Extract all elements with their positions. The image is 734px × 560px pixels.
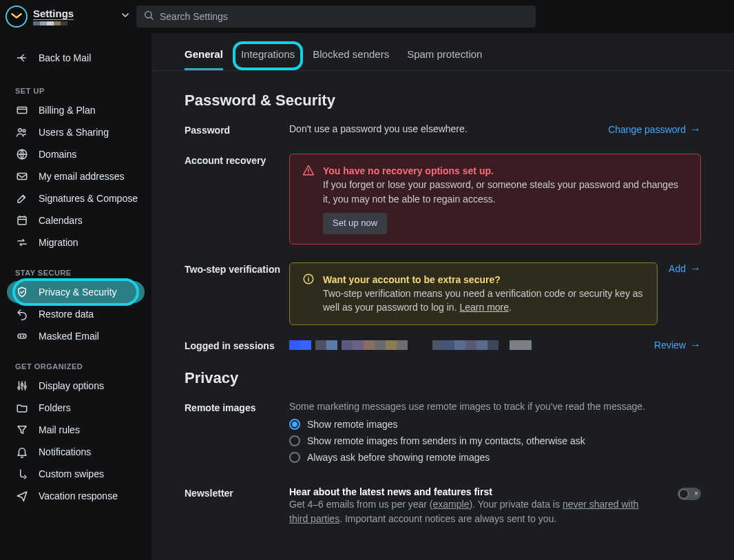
svg-point-11 xyxy=(21,384,23,386)
label-recovery: Account recovery xyxy=(185,154,289,166)
opt-label: Show remote images xyxy=(307,419,398,430)
label-newsletter: Newsletter xyxy=(185,486,289,499)
compose-icon xyxy=(15,192,29,205)
newsletter-body-1: Get 4–6 emails from us per year ( xyxy=(289,499,433,510)
svg-point-0 xyxy=(145,12,151,18)
newsletter-example-link[interactable]: example xyxy=(433,499,470,510)
tab-spam[interactable]: Spam protection xyxy=(407,48,482,70)
back-label: Back to Mail xyxy=(39,52,91,63)
twostep-alert: Want your account to be extra secure? Tw… xyxy=(289,262,658,325)
filter-icon xyxy=(15,424,29,436)
sidebar-item-migration[interactable]: Migration xyxy=(0,231,151,253)
section-title-setup: SET UP xyxy=(0,81,151,99)
newsletter-toggle[interactable]: × xyxy=(678,488,701,500)
sliders-icon xyxy=(15,380,29,392)
change-password-link[interactable]: Change password → xyxy=(608,123,701,136)
shield-icon xyxy=(15,286,29,298)
svg-rect-7 xyxy=(18,334,26,338)
sidebar-item-privacy[interactable]: Privacy & Security xyxy=(7,281,145,303)
remote-option-contacts[interactable]: Show remote images from senders in my co… xyxy=(289,435,701,446)
top-bar: Settings xyxy=(0,0,734,33)
sidebar-item-label: Domains xyxy=(39,149,76,160)
plane-icon xyxy=(15,490,29,502)
remote-option-show[interactable]: Show remote images xyxy=(289,419,701,430)
change-password-label: Change password xyxy=(608,124,686,135)
review-label: Review xyxy=(654,340,686,351)
sidebar-item-label: Calendars xyxy=(39,215,83,226)
sidebar-item-billing[interactable]: Billing & Plan xyxy=(0,99,151,121)
sidebar-item-signatures[interactable]: Signatures & Compose xyxy=(0,187,151,209)
twostep-alert-title: Want your account to be extra secure? xyxy=(323,273,644,287)
label-sessions: Logged in sessions xyxy=(185,339,289,351)
tab-blocked[interactable]: Blocked senders xyxy=(313,48,389,70)
sidebar-item-rules[interactable]: Mail rules xyxy=(0,419,151,441)
sidebar-item-domains[interactable]: Domains xyxy=(0,143,151,165)
sidebar-item-display[interactable]: Display options xyxy=(0,375,151,397)
label-password: Password xyxy=(185,123,289,136)
sidebar-item-restore[interactable]: Restore data xyxy=(0,303,151,325)
svg-rect-5 xyxy=(17,174,27,180)
sidebar-item-label: Users & Sharing xyxy=(39,127,109,138)
svg-point-3 xyxy=(23,129,25,132)
tab-general[interactable]: General xyxy=(185,48,223,70)
learn-more-link[interactable]: Learn more xyxy=(459,302,509,313)
recovery-alert-title: You have no recovery options set up. xyxy=(323,164,688,178)
row-sessions: Logged in sessions Review → xyxy=(185,339,701,351)
sidebar-item-addresses[interactable]: My email addresses xyxy=(0,165,151,187)
tabs: General Integrations Blocked senders Spa… xyxy=(151,33,734,71)
sidebar-item-notifications[interactable]: Notifications xyxy=(0,441,151,463)
mail-icon xyxy=(15,170,29,183)
search-box[interactable] xyxy=(136,6,536,28)
add-twostep-link[interactable]: Add → xyxy=(669,262,701,275)
svg-rect-6 xyxy=(18,217,26,225)
recovery-alert-body: If you forget or lose your password, or … xyxy=(323,178,688,206)
row-remote-images: Remote images Some marketing messages us… xyxy=(185,401,701,468)
svg-point-12 xyxy=(24,386,26,388)
sidebar-item-label: Custom swipes xyxy=(39,468,104,479)
calendar-icon xyxy=(15,214,29,227)
arrow-right-icon: → xyxy=(690,339,701,351)
search-icon xyxy=(143,10,154,23)
sidebar-item-folders[interactable]: Folders xyxy=(0,397,151,419)
svg-point-10 xyxy=(18,387,20,389)
sidebar-item-label: Restore data xyxy=(39,309,94,320)
newsletter-body-2: ). Your private data is xyxy=(469,499,562,510)
app-title: Settings xyxy=(33,8,74,20)
svg-rect-1 xyxy=(17,107,27,114)
search-input[interactable] xyxy=(160,11,529,22)
section-title-organized: GET ORGANIZED xyxy=(0,357,151,375)
setup-recovery-button[interactable]: Set up now xyxy=(323,213,387,234)
back-to-mail[interactable]: Back to Mail xyxy=(0,47,151,69)
opt-label: Always ask before showing remote images xyxy=(307,452,490,463)
sidebar-item-swipes[interactable]: Custom swipes xyxy=(0,463,151,485)
sidebar-item-label: Privacy & Security xyxy=(39,287,117,298)
remote-option-ask[interactable]: Always ask before showing remote images xyxy=(289,452,701,463)
swipe-icon xyxy=(15,468,29,480)
sidebar-item-label: Mail rules xyxy=(39,424,80,435)
sidebar-item-calendars[interactable]: Calendars xyxy=(0,209,151,231)
section-title-secure: STAY SECURE xyxy=(0,263,151,281)
users-icon xyxy=(15,126,29,138)
review-sessions-link[interactable]: Review → xyxy=(654,339,701,351)
sidebar-item-label: Display options xyxy=(39,380,104,391)
sidebar-item-label: Billing & Plan xyxy=(39,105,96,116)
sidebar-item-vacation[interactable]: Vacation response xyxy=(0,485,151,507)
section-heading-security: Password & Security xyxy=(185,92,701,110)
recovery-alert: You have no recovery options set up. If … xyxy=(289,154,701,245)
newsletter-title: Hear about the latest news and features … xyxy=(289,486,667,497)
sidebar-item-users[interactable]: Users & Sharing xyxy=(0,121,151,143)
chevron-down-icon[interactable] xyxy=(120,10,131,23)
remote-desc: Some marketing messages use remote image… xyxy=(289,401,701,412)
label-remote: Remote images xyxy=(185,401,289,413)
sidebar-item-label: Folders xyxy=(39,402,71,413)
sidebar-item-label: Migration xyxy=(39,237,78,248)
svg-point-9 xyxy=(23,335,24,337)
sidebar-item-label: Signatures & Compose xyxy=(39,193,138,204)
info-icon xyxy=(302,273,315,315)
sidebar-item-label: Masked Email xyxy=(39,331,99,342)
sidebar-item-masked[interactable]: Masked Email xyxy=(0,325,151,347)
sidebar: Back to Mail SET UP Billing & Plan Users… xyxy=(0,33,151,560)
tab-integrations[interactable]: Integrations xyxy=(241,48,295,70)
card-icon xyxy=(15,104,29,116)
globe-icon xyxy=(15,148,29,160)
